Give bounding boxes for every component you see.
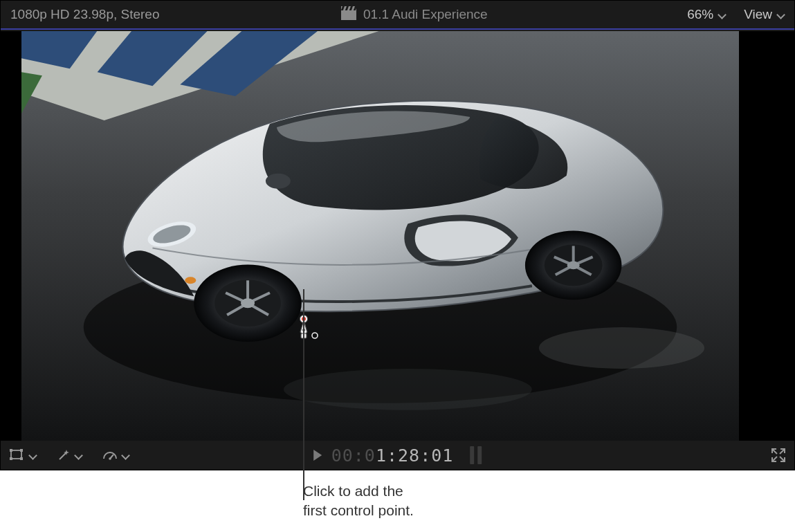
svg-point-47 (109, 457, 111, 460)
fullscreen-button[interactable] (771, 448, 786, 463)
fullscreen-icon (771, 448, 786, 463)
chevron-down-icon (28, 451, 37, 459)
chevron-down-icon (121, 451, 129, 459)
audio-meter (470, 446, 482, 464)
callout-line2: first control point. (303, 502, 414, 518)
svg-point-32 (567, 261, 580, 269)
callout-leader-line (303, 289, 304, 500)
svg-point-16 (266, 174, 291, 189)
play-button[interactable] (313, 450, 322, 461)
zoom-value: 66% (687, 7, 713, 22)
transform-icon (9, 448, 26, 462)
clip-title-group[interactable]: 01.1 Audi Experience (341, 6, 488, 24)
zoom-dropdown[interactable]: 66% (687, 7, 726, 22)
format-info: 1080p HD 23.98p, Stereo (10, 7, 160, 22)
svg-point-15 (185, 277, 196, 284)
svg-rect-42 (20, 449, 23, 452)
timecode-display[interactable]: 00:01:28:01 (331, 446, 454, 466)
callout-text: Click to add the first control point. (303, 481, 414, 521)
svg-line-48 (773, 450, 777, 454)
svg-rect-43 (10, 457, 12, 460)
svg-line-50 (780, 457, 784, 461)
timecode-dim: 00:0 (331, 446, 376, 466)
svg-line-49 (780, 450, 784, 454)
svg-rect-40 (11, 450, 21, 459)
video-frame (21, 31, 739, 441)
chevron-down-icon (74, 451, 82, 459)
retime-tool-dropdown[interactable] (102, 446, 129, 465)
chevron-down-icon (718, 10, 726, 19)
viewer-bottombar: 00:01:28:01 (1, 441, 794, 470)
callout-line1: Click to add the (303, 483, 403, 499)
svg-line-51 (773, 457, 777, 461)
viewer-window: 1080p HD 23.98p, Stereo 01.1 Audi Experi… (0, 0, 795, 470)
svg-point-24 (241, 298, 255, 308)
svg-rect-44 (20, 457, 23, 460)
magic-wand-icon (56, 448, 71, 463)
enhance-tool-dropdown[interactable] (56, 446, 82, 465)
svg-rect-41 (10, 449, 12, 452)
chevron-down-icon (776, 10, 785, 19)
svg-rect-0 (341, 10, 356, 20)
viewer-canvas[interactable] (1, 31, 794, 441)
svg-point-34 (284, 369, 532, 410)
svg-line-45 (60, 452, 66, 459)
transform-tool-dropdown[interactable] (9, 446, 37, 465)
speedometer-icon (102, 448, 118, 463)
svg-point-33 (539, 327, 704, 369)
view-dropdown[interactable]: View (744, 7, 785, 22)
view-label: View (744, 7, 772, 22)
clapper-icon (341, 6, 356, 24)
clip-title: 01.1 Audi Experience (363, 7, 488, 22)
timecode-bright: 1:28:01 (376, 446, 453, 466)
playback-controls: 00:01:28:01 (313, 446, 482, 466)
viewer-topbar: 1080p HD 23.98p, Stereo 01.1 Audi Experi… (1, 1, 794, 30)
